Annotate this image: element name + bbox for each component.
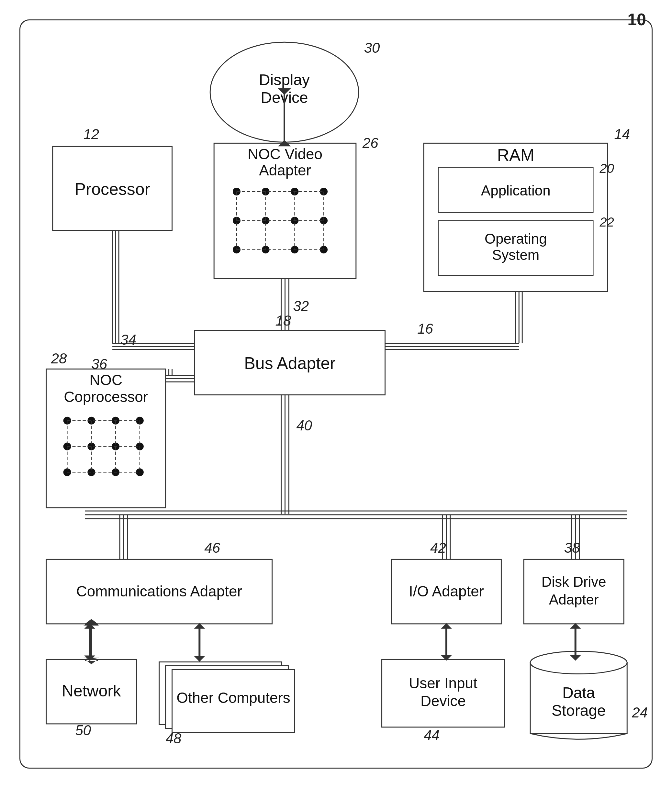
svg-marker-154: [441, 655, 452, 661]
svg-point-56: [112, 443, 119, 450]
svg-point-19: [233, 246, 240, 253]
svg-text:NOC Video: NOC Video: [248, 146, 322, 162]
svg-point-12: [262, 188, 270, 195]
svg-marker-153: [441, 623, 452, 629]
svg-text:20: 20: [599, 161, 614, 175]
svg-text:34: 34: [121, 332, 136, 348]
svg-text:Adapter: Adapter: [259, 162, 311, 179]
svg-rect-34: [424, 143, 608, 292]
svg-text:User Input: User Input: [409, 675, 477, 691]
svg-point-17: [291, 217, 299, 225]
svg-text:46: 46: [204, 540, 220, 556]
svg-text:Device: Device: [261, 89, 308, 106]
svg-text:Application: Application: [481, 183, 551, 199]
svg-point-21: [291, 246, 299, 253]
svg-point-16: [262, 217, 270, 225]
svg-rect-44: [195, 330, 385, 395]
svg-point-11: [233, 188, 240, 195]
svg-text:36: 36: [91, 356, 107, 372]
svg-text:44: 44: [424, 727, 440, 743]
svg-rect-40: [438, 221, 593, 275]
svg-text:System: System: [492, 247, 539, 263]
svg-point-93: [530, 651, 627, 674]
svg-text:Network: Network: [62, 682, 121, 700]
svg-text:Adapter: Adapter: [549, 591, 599, 607]
svg-marker-144: [85, 619, 98, 626]
svg-text:22: 22: [599, 215, 614, 229]
svg-marker-156: [570, 623, 581, 629]
svg-point-61: [136, 468, 144, 476]
svg-text:Device: Device: [421, 693, 466, 709]
svg-rect-92: [530, 662, 627, 733]
svg-text:Other Computers: Other Computers: [176, 689, 290, 706]
svg-text:Processor: Processor: [75, 180, 150, 199]
diagram-svg: Display Device 30 NOC Video Adapter: [21, 21, 651, 767]
svg-rect-70: [46, 559, 272, 624]
svg-point-15: [233, 217, 240, 225]
svg-text:Coprocessor: Coprocessor: [64, 388, 148, 405]
svg-rect-37: [438, 167, 593, 213]
svg-rect-85: [172, 670, 295, 732]
svg-marker-150: [194, 623, 205, 629]
svg-text:30: 30: [364, 40, 380, 56]
svg-text:18: 18: [275, 313, 291, 329]
svg-text:RAM: RAM: [497, 146, 534, 164]
svg-rect-8: [214, 143, 356, 279]
svg-text:Communications Adapter: Communications Adapter: [76, 583, 242, 600]
svg-text:Bus Adapter: Bus Adapter: [244, 354, 335, 372]
svg-rect-73: [391, 559, 501, 624]
svg-rect-83: [159, 662, 282, 724]
svg-text:16: 16: [417, 321, 433, 337]
svg-point-50: [64, 417, 71, 424]
svg-marker-98: [278, 140, 291, 146]
svg-text:Operating: Operating: [485, 231, 547, 246]
svg-point-18: [320, 217, 327, 225]
svg-point-53: [136, 417, 144, 424]
svg-point-60: [112, 468, 119, 476]
svg-text:14: 14: [614, 126, 630, 142]
svg-text:28: 28: [51, 351, 67, 366]
svg-marker-142: [83, 624, 99, 626]
svg-text:32: 32: [293, 298, 309, 314]
svg-point-14: [320, 188, 327, 195]
svg-point-59: [87, 468, 95, 476]
svg-point-55: [87, 443, 95, 450]
svg-point-51: [87, 417, 95, 424]
svg-point-20: [262, 246, 270, 253]
svg-text:Disk Drive: Disk Drive: [542, 574, 606, 589]
svg-rect-84: [166, 666, 288, 728]
svg-text:40: 40: [296, 418, 312, 433]
svg-point-22: [320, 246, 327, 253]
svg-marker-99: [278, 88, 291, 95]
svg-text:26: 26: [362, 135, 378, 151]
svg-point-54: [64, 443, 71, 450]
svg-rect-80: [46, 659, 137, 724]
svg-rect-88: [382, 659, 505, 727]
svg-text:NOC: NOC: [89, 372, 122, 388]
svg-rect-31: [53, 146, 172, 230]
svg-marker-145: [85, 659, 98, 664]
svg-point-52: [112, 417, 119, 424]
svg-marker-143: [83, 658, 99, 659]
svg-marker-151: [194, 656, 205, 662]
svg-text:42: 42: [430, 540, 446, 556]
svg-marker-148: [84, 656, 95, 661]
svg-text:Display: Display: [259, 71, 310, 88]
svg-text:I/O Adapter: I/O Adapter: [409, 583, 484, 600]
svg-text:24: 24: [632, 704, 648, 720]
svg-text:Data: Data: [562, 684, 595, 701]
svg-marker-157: [570, 655, 581, 661]
svg-text:Storage: Storage: [551, 702, 606, 719]
svg-point-13: [291, 188, 299, 195]
svg-text:50: 50: [75, 722, 91, 738]
svg-text:38: 38: [564, 540, 580, 556]
svg-point-58: [64, 468, 71, 476]
ref-main: 10: [628, 10, 646, 29]
svg-marker-147: [84, 623, 95, 629]
svg-text:48: 48: [166, 731, 181, 746]
svg-rect-76: [524, 559, 624, 624]
svg-text:12: 12: [83, 126, 99, 142]
diagram-container: Display Device 30 NOC Video Adapter: [19, 19, 653, 769]
svg-point-4: [210, 42, 359, 142]
svg-rect-47: [46, 369, 166, 508]
